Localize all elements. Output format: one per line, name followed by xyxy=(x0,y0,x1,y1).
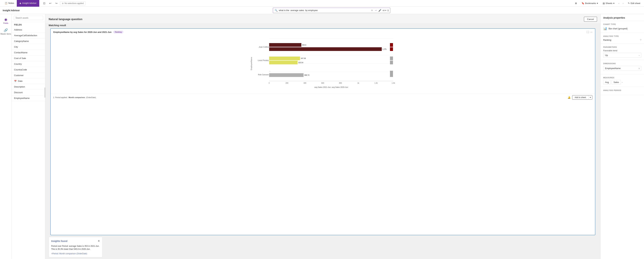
measure-field-tag[interactable]: Sales xyxy=(612,80,621,84)
chart-footer: ℹ Period applied: Month comparison (Orde… xyxy=(51,94,595,101)
svg-text:0: 0 xyxy=(269,82,270,84)
svg-rect-16 xyxy=(269,61,298,64)
calendar-icon: 📅 xyxy=(14,80,16,82)
insights-link[interactable]: >Period: Month comparison (OrderDate) xyxy=(51,253,87,255)
bar-chart-icon: 📊 xyxy=(603,27,607,30)
field-item[interactable]: Discount xyxy=(12,90,45,95)
field-item[interactable]: Description xyxy=(12,84,45,90)
measure-pair: Avg Sales › xyxy=(603,80,641,84)
insight-advisor-label: Insight Advisor xyxy=(22,2,36,4)
bookmarks-btn[interactable]: 🔖 Bookmarks ▾ xyxy=(580,1,599,5)
chart-title: EmployeeName by avg Sales for 2020-Jun a… xyxy=(53,31,112,33)
search-clear-icon[interactable]: ✕ xyxy=(371,9,373,12)
fields-icon: ◉ xyxy=(4,17,7,21)
fields-panel: Fields AddressAverageCallSatisfactionCat… xyxy=(12,14,45,259)
svg-text:347.69: 347.69 xyxy=(301,57,306,59)
svg-rect-23 xyxy=(390,56,393,60)
nav-forward-icon[interactable]: › xyxy=(622,1,624,5)
search-input[interactable] xyxy=(279,9,370,11)
svg-text:1.4k: 1.4k xyxy=(392,82,395,84)
svg-text:avg Sales 2021-Jun, avg Sales : avg Sales 2021-Jun, avg Sales 2020-Jun xyxy=(314,86,348,88)
search-submit-icon[interactable]: → xyxy=(374,9,377,12)
field-item[interactable]: AverageCallSatisfaction xyxy=(12,33,45,38)
info-icon[interactable]: ℹ xyxy=(388,9,388,12)
top-nav-right: ⊞ 🔖 Bookmarks ▾ ▤ Sheets ▾ ‹ › ✎ Edit sh… xyxy=(574,1,642,5)
svg-rect-22 xyxy=(390,47,393,51)
chart-header-icons: ⛶ ··· xyxy=(586,31,592,33)
svg-text:Joan Collins: Joan Collins xyxy=(259,46,269,48)
fields-search xyxy=(12,14,45,22)
analysis-period-label: Analysis period xyxy=(603,89,641,91)
toolbar-icons: ⊡ ↩ ↪ xyxy=(42,1,59,6)
sheets-icon: ▤ xyxy=(603,2,605,4)
more-options-icon[interactable]: ··· xyxy=(590,31,592,33)
bookmarks-arrow-icon: ▾ xyxy=(597,2,598,4)
chart-and-insights: EmployeeName by avg Sales for 2020-Jun a… xyxy=(45,28,600,257)
sidebar-item-master-items[interactable]: 🔗 Master items xyxy=(0,27,12,36)
field-item[interactable]: CategoryName xyxy=(12,38,45,44)
redo-icon[interactable]: ↪ xyxy=(54,1,59,6)
favorable-trend-select[interactable]: Up › xyxy=(603,53,641,58)
measures-section: Measures Avg Sales › xyxy=(600,74,644,87)
chart-type-item[interactable]: 📊 Bar chart (grouped) xyxy=(603,27,641,30)
add-sheet-dropdown-icon[interactable]: ▾ xyxy=(588,95,592,99)
favorable-trend-value: Up xyxy=(605,54,608,56)
add-sheet-label[interactable]: Add to sheet xyxy=(572,95,588,99)
field-item[interactable]: EmployeeName xyxy=(12,95,45,101)
grid-icon-btn[interactable]: ⊞ xyxy=(574,1,578,5)
help-icon[interactable]: ? xyxy=(640,38,641,41)
bookmark-icon: 🔖 xyxy=(582,2,584,4)
chart-body: Joan Collins Louis Presley Rob Carsson E… xyxy=(51,33,595,94)
nav-back-icon[interactable]: ‹ xyxy=(618,1,620,5)
fields-list: AddressAverageCallSatisfactionCategoryNa… xyxy=(12,27,45,259)
insights-text: Period over Period: average Sales is 353… xyxy=(51,245,100,251)
svg-text:320.54: 320.54 xyxy=(298,62,303,63)
crop-icon[interactable]: ⊡ xyxy=(42,1,47,6)
search-assets-input[interactable] xyxy=(14,16,43,20)
bookmarks-label: Bookmarks xyxy=(585,2,596,4)
expand-icon[interactable]: ⛶ xyxy=(586,31,589,33)
field-item[interactable]: Address xyxy=(12,27,45,33)
microphone-icon[interactable]: 🎤 xyxy=(378,9,381,12)
dimension-item[interactable]: EmployeeName › xyxy=(603,66,641,71)
sheets-arrow-icon: ▾ xyxy=(613,2,614,4)
language-arrow-icon: ▾ xyxy=(385,9,386,11)
field-item[interactable]: Cost of Sale xyxy=(12,55,45,61)
language-selector[interactable]: en ▾ xyxy=(382,9,386,11)
top-nav: 📋 Notes ◈ Insight Advisor ⊡ ↩ ↪ ⊘ No sel… xyxy=(0,0,644,7)
edit-sheet-btn[interactable]: ✎ Edit sheet xyxy=(626,1,642,5)
field-item[interactable]: 📅Date xyxy=(12,78,45,84)
period-suffix: (OrderDate) xyxy=(86,96,96,98)
field-item[interactable]: ContactName xyxy=(12,50,45,55)
svg-text:1.2k: 1.2k xyxy=(374,82,378,84)
fields-nav-label: Fields xyxy=(3,22,8,24)
svg-rect-26 xyxy=(390,73,393,77)
measure-arrow-icon: › xyxy=(622,81,622,83)
favorable-trend-label: Favorable trend xyxy=(603,49,641,52)
svg-text:1k: 1k xyxy=(358,82,360,84)
undo-icon[interactable]: ↩ xyxy=(48,1,53,6)
sidebar-item-fields[interactable]: ◉ Fields xyxy=(0,16,12,25)
no-selections-label: No selections applied xyxy=(64,2,84,4)
edit-sheet-label: Edit sheet xyxy=(630,2,640,4)
insight-advisor-tab[interactable]: ◈ Insight Advisor xyxy=(17,0,39,7)
measure-agg-tag[interactable]: Avg xyxy=(603,80,610,84)
insights-close-icon[interactable]: ✕ xyxy=(98,239,100,243)
bar-chart-svg: Joan Collins Louis Presley Rob Carsson E… xyxy=(53,35,592,90)
second-bar: Insight Advisor 🔍 ✕ → 🎤 en ▾ ℹ xyxy=(0,7,644,14)
language-value: en xyxy=(382,9,385,11)
sheets-btn[interactable]: ▤ Sheets ▾ xyxy=(602,1,616,5)
measures-label: Measures xyxy=(603,77,641,79)
main-layout: ◉ Fields 🔗 Master items Fields AddressAv… xyxy=(0,14,644,259)
field-item[interactable]: Customer xyxy=(12,73,45,78)
add-to-sheet-btn[interactable]: Add to sheet ▾ xyxy=(572,95,592,100)
analysis-type-row: Ranking ? xyxy=(603,38,641,41)
field-item[interactable]: Country xyxy=(12,61,45,67)
right-panel-title: Analysis properties xyxy=(600,14,644,21)
no-selections-icon: ⊘ xyxy=(62,2,64,4)
cancel-button[interactable]: Cancel xyxy=(584,17,597,22)
notes-tab[interactable]: 📋 Notes xyxy=(2,0,17,7)
share-icon[interactable]: 🔔 xyxy=(568,96,570,99)
field-item[interactable]: CountryCode xyxy=(12,67,45,73)
field-item[interactable]: City xyxy=(12,44,45,50)
